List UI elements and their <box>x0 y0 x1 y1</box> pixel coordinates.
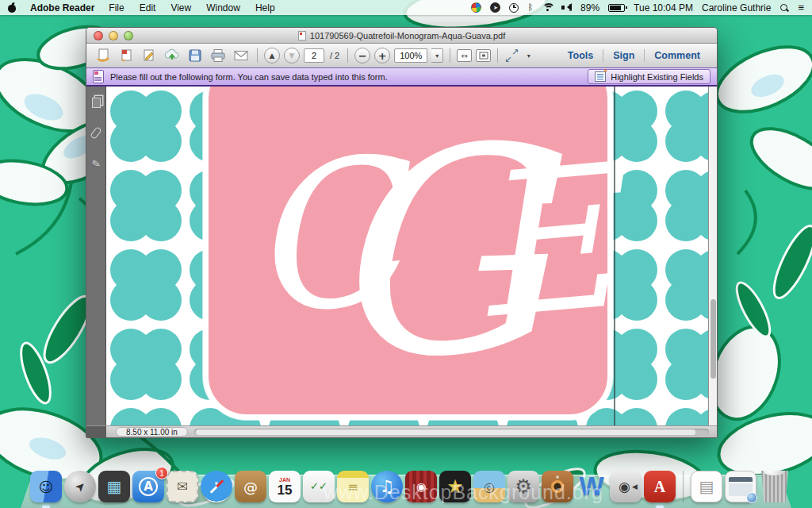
volume-icon[interactable]: ) <box>561 3 572 12</box>
vertical-scrollbar-thumb[interactable] <box>710 299 716 379</box>
battery-icon[interactable] <box>608 4 625 12</box>
dock-system-preferences[interactable]: ⚙ <box>508 471 539 502</box>
desktop: Adobe Reader File Edit View Window Help … <box>0 0 812 508</box>
dock-safari[interactable] <box>201 471 232 502</box>
fit-page-button[interactable] <box>476 49 491 62</box>
pdf-doc-icon <box>298 31 306 40</box>
form-notification-bar: Please fill out the following form. You … <box>86 67 717 87</box>
toolbar-separator <box>450 48 450 63</box>
zoom-dropdown-caret[interactable]: ▾ <box>431 48 443 63</box>
horizontal-scrollbar-thumb[interactable] <box>196 429 695 435</box>
dock-imovie[interactable]: ★ <box>439 471 471 502</box>
form-document-icon <box>93 70 104 83</box>
email-button[interactable] <box>232 47 251 64</box>
clock-badge <box>746 492 757 503</box>
dock-launchpad[interactable]: ➤ <box>64 471 96 502</box>
dock-notes[interactable]: ≡ <box>337 471 369 502</box>
page-total-label: / 2 <box>330 51 339 60</box>
bluetooth-icon[interactable]: ᛒ <box>527 2 533 13</box>
signatures-icon[interactable]: ✎ <box>90 157 102 171</box>
trash-paper <box>764 468 784 475</box>
monogram-frame: C G E <box>203 87 613 420</box>
window-title: 101790569-Quatrefoil-Monogram-Aqua-Guava… <box>310 31 505 40</box>
sync-status-icon[interactable] <box>471 2 481 13</box>
attachments-icon[interactable] <box>90 126 102 140</box>
document-content-row: ✎ <box>86 87 717 425</box>
toolbar-separator <box>257 48 258 63</box>
menu-help[interactable]: Help <box>255 2 276 13</box>
dock-photo-booth[interactable]: ◉ <box>405 471 437 502</box>
page-edge-line <box>614 87 615 425</box>
save-button[interactable] <box>186 47 205 64</box>
app-status-icon[interactable]: ➤ <box>490 2 500 13</box>
comment-panel-button[interactable]: Comment <box>645 50 710 61</box>
minimize-button[interactable] <box>109 31 118 40</box>
zoom-in-button[interactable]: + <box>374 48 390 64</box>
toolbar-separator <box>497 48 498 63</box>
menu-bar: Adobe Reader File Edit View Window Help … <box>0 0 812 15</box>
dock-reminders[interactable]: ✓✓ <box>303 471 335 502</box>
page-thumbnails-icon[interactable] <box>92 98 101 108</box>
adobe-reader-window: 101790569-Quatrefoil-Monogram-Aqua-Guava… <box>86 27 718 438</box>
highlight-existing-fields-button[interactable]: Highlight Existing Fields <box>588 69 710 84</box>
apple-menu-icon[interactable] <box>8 3 17 13</box>
page-number-input[interactable] <box>304 48 324 63</box>
menu-edit[interactable]: Edit <box>139 2 157 13</box>
toolbar-separator <box>347 48 348 63</box>
dock-trash[interactable] <box>759 471 791 502</box>
dock-iphoto[interactable]: ◎ <box>473 471 505 502</box>
notification-center-icon[interactable]: ≡ <box>798 2 804 13</box>
menu-file[interactable]: File <box>108 2 124 13</box>
fullscreen-mode-button[interactable]: ↗↙ <box>504 49 519 62</box>
dock-calendar[interactable]: JAN 15 <box>269 471 301 502</box>
pdf-page-view: C G E <box>106 87 708 425</box>
time-machine-icon[interactable] <box>509 3 519 13</box>
create-pdf-button[interactable] <box>117 47 136 64</box>
dock-garageband[interactable] <box>542 471 573 502</box>
menu-view[interactable]: View <box>170 2 192 13</box>
highlight-fields-label: Highlight Existing Fields <box>611 72 703 82</box>
dock-facetime[interactable]: ◉ <box>610 471 642 502</box>
dock-dashboard[interactable]: ▦ <box>98 471 130 502</box>
cloud-upload-button[interactable] <box>163 47 182 64</box>
next-page-button[interactable]: ▼ <box>284 48 300 64</box>
navigation-pane-sidebar: ✎ <box>86 87 106 425</box>
form-message: Please fill out the following form. You … <box>110 72 388 82</box>
dock-itunes[interactable]: ♫ <box>371 471 403 502</box>
zoom-window-button[interactable] <box>124 31 133 40</box>
vertical-scrollbar[interactable] <box>708 87 717 425</box>
previous-page-button[interactable]: ▲ <box>264 48 280 64</box>
monogram: C G E <box>209 87 607 414</box>
sign-panel-button[interactable]: Sign <box>603 50 644 61</box>
menu-window[interactable]: Window <box>205 2 241 13</box>
mode-dropdown-caret[interactable]: ▾ <box>523 48 534 63</box>
wifi-icon[interactable] <box>542 3 553 12</box>
window-title-bar[interactable]: 101790569-Quatrefoil-Monogram-Aqua-Guava… <box>86 28 717 44</box>
menu-clock[interactable]: Tue 10:04 PM <box>634 2 693 13</box>
dock-minimized-window[interactable] <box>725 471 756 502</box>
dock-adobe-reader[interactable]: A <box>644 471 676 502</box>
menu-app-name[interactable]: Adobe Reader <box>30 2 94 13</box>
highlight-fields-icon <box>595 71 606 82</box>
zoom-out-button[interactable]: − <box>354 48 370 64</box>
close-button[interactable] <box>94 31 103 40</box>
dock-separator <box>683 471 684 502</box>
window-status-bar: 8.50 x 11.00 in <box>86 425 717 437</box>
dock-microsoft-word[interactable]: W <box>576 471 607 502</box>
horizontal-scrollbar[interactable] <box>194 429 709 436</box>
toolbar: ▲ ▼ / 2 − + 100% ▾ ↔ ↗↙ ▾ Tools Sign <box>86 44 717 67</box>
dock-mail[interactable]: ✉ <box>167 471 198 502</box>
dock-finder[interactable]: ☺ <box>30 471 62 502</box>
dock-app-store[interactable]: A 1 <box>132 471 164 502</box>
print-button[interactable] <box>209 47 228 64</box>
dock-documents-stack[interactable]: ▤ <box>691 471 722 502</box>
dock-contacts[interactable]: @ <box>235 471 266 502</box>
fit-width-button[interactable]: ↔ <box>457 49 472 62</box>
tools-panel-button[interactable]: Tools <box>558 50 603 61</box>
sign-document-button[interactable] <box>140 47 159 64</box>
dock: ☺ ➤ ▦ A 1 ✉ @ JAN 15 ✓✓ ≡ ♫ ◉ ★ ◎ ⚙ W ◉ … <box>21 462 791 508</box>
user-menu[interactable]: Caroline Guthrie <box>702 2 771 13</box>
spotlight-search-icon[interactable] <box>779 3 789 13</box>
open-file-button[interactable] <box>94 47 113 64</box>
zoom-level-value[interactable]: 100% <box>394 48 427 63</box>
